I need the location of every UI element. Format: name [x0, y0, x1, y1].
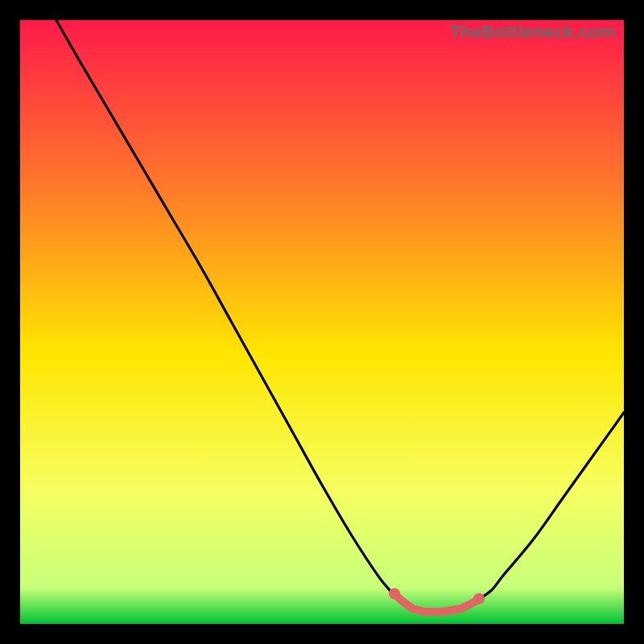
sweet-spot-dot-left [389, 588, 400, 600]
gradient-background [20, 20, 624, 624]
sweet-spot-dot-right [473, 593, 485, 605]
watermark-text: TheBottleneck.com [450, 22, 616, 43]
chart-frame: TheBottleneck.com [20, 20, 624, 624]
bottleneck-chart [20, 20, 624, 624]
